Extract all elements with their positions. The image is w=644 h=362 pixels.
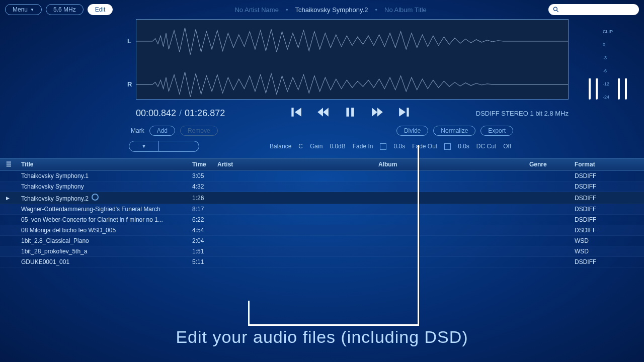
callout-line bbox=[248, 301, 250, 326]
album-placeholder: No Album Title bbox=[384, 6, 427, 14]
caption-text: Edit your audio files (including DSD) bbox=[0, 327, 644, 347]
track-title: 05_von Weber-Concerto for Clarinet in f … bbox=[21, 216, 192, 223]
track-title: Tchaikovsky Symphony.1 bbox=[21, 172, 192, 179]
fadeout-label: Fade Out bbox=[412, 143, 437, 150]
balance-label: Balance bbox=[270, 143, 291, 150]
track-row[interactable]: 05_von Weber-Concerto for Clarinet in f … bbox=[0, 215, 644, 225]
track-format: DSDIFF bbox=[575, 216, 610, 223]
menu-button[interactable]: Menu▼ bbox=[5, 4, 42, 15]
track-format: DSDIFF bbox=[575, 183, 610, 190]
edit-mode-button[interactable]: Edit bbox=[88, 4, 113, 15]
track-title: Tchaikovsky Symphony.2 bbox=[295, 6, 368, 14]
track-title: 1bit_28_prokofiev_5th_a bbox=[21, 248, 192, 255]
hamburger-icon[interactable]: ☰ bbox=[6, 161, 21, 168]
track-time: 1:51 bbox=[192, 248, 217, 255]
waveform-left bbox=[136, 20, 568, 63]
track-row[interactable]: Tchaikovsky Symphony.13:05DSDIFF bbox=[0, 171, 644, 182]
track-format: WSD bbox=[575, 248, 610, 255]
level-meters: CLIP 0 -3 -6 -12 -24 bbox=[579, 19, 629, 100]
mark-row: Mark Add Remove Divide Normalize Export bbox=[0, 124, 644, 138]
track-time: 1:26 bbox=[192, 195, 217, 202]
format-info: DSDIFF STEREO 1 bit 2.8 MHz bbox=[476, 110, 569, 117]
track-title: GDUKE0001_001 bbox=[21, 258, 192, 265]
fadeout-checkbox[interactable] bbox=[444, 143, 451, 150]
track-row[interactable]: ▶Tchaikovsky Symphony.21:26DSDIFF bbox=[0, 192, 644, 204]
track-format: DSDIFF bbox=[575, 227, 610, 234]
track-title: Wagner-Gotterdammerung-Sigfried's Funera… bbox=[21, 206, 192, 213]
transport-controls bbox=[288, 106, 412, 121]
search-input[interactable] bbox=[548, 4, 639, 15]
pause-button[interactable] bbox=[343, 106, 358, 121]
divide-button[interactable]: Divide bbox=[396, 126, 428, 136]
top-bar: Menu▼ 5.6 MHz Edit No Artist Name • Tcha… bbox=[0, 0, 644, 19]
artist-placeholder: No Artist Name bbox=[234, 6, 278, 14]
record-indicator-icon bbox=[92, 194, 99, 201]
track-time: 2:04 bbox=[192, 237, 217, 244]
dccut-label: DC Cut bbox=[476, 143, 496, 150]
track-row[interactable]: 1bit_28_prokofiev_5th_a1:51WSD bbox=[0, 246, 644, 257]
header-artist[interactable]: Artist bbox=[217, 161, 378, 168]
track-format: DSDIFF bbox=[575, 206, 610, 213]
remove-mark-button[interactable]: Remove bbox=[180, 126, 218, 136]
track-metadata: No Artist Name • Tchaikovsky Symphony.2 … bbox=[117, 6, 544, 14]
right-channel-label: R bbox=[127, 80, 132, 88]
forward-button[interactable] bbox=[370, 106, 385, 121]
play-indicator-icon: ▶ bbox=[6, 196, 21, 201]
track-row[interactable]: 1bit_2.8_Classical_Piano2:04WSD bbox=[0, 236, 644, 246]
playlist-header: ☰ Title Time Artist Album Genre Format bbox=[0, 158, 644, 171]
track-time: 8:17 bbox=[192, 206, 217, 213]
add-mark-button[interactable]: Add bbox=[149, 126, 175, 136]
track-format: DSDIFF bbox=[575, 258, 610, 265]
meter-right-3 bbox=[625, 29, 627, 100]
track-format: DSDIFF bbox=[575, 195, 610, 202]
track-row[interactable]: Tchaikovsky Symphony4:32DSDIFF bbox=[0, 182, 644, 192]
header-time[interactable]: Time bbox=[192, 161, 217, 168]
skip-end-button[interactable] bbox=[397, 106, 412, 121]
gain-value[interactable]: 0.0dB bbox=[330, 143, 345, 150]
track-title: Tchaikovsky Symphony.2 bbox=[21, 194, 192, 202]
meter-right bbox=[596, 29, 598, 100]
fadein-label: Fade In bbox=[353, 143, 373, 150]
fadein-value[interactable]: 0.0s bbox=[393, 143, 405, 150]
fadein-checkbox[interactable] bbox=[380, 143, 386, 150]
time-display: 00:00.842/01:26.872 bbox=[136, 108, 225, 119]
track-time: 4:54 bbox=[192, 227, 217, 234]
meter-scale: CLIP 0 -3 -6 -12 -24 bbox=[603, 29, 613, 100]
mark-label: Mark bbox=[131, 127, 144, 134]
editor-area: L R CLIP 0 -3 -6 -12 -24 bbox=[0, 19, 644, 100]
meter-left bbox=[589, 29, 591, 100]
header-format[interactable]: Format bbox=[575, 161, 610, 168]
track-row[interactable]: Wagner-Gotterdammerung-Sigfried's Funera… bbox=[0, 204, 644, 215]
track-time: 5:11 bbox=[192, 258, 217, 265]
svg-line-1 bbox=[557, 11, 558, 12]
track-title: 1bit_2.8_Classical_Piano bbox=[21, 237, 192, 244]
left-channel-label: L bbox=[127, 37, 131, 45]
mark-dropdown[interactable]: ▼ bbox=[129, 141, 199, 152]
header-genre[interactable]: Genre bbox=[529, 161, 575, 168]
header-title[interactable]: Title bbox=[21, 161, 192, 168]
rewind-button[interactable] bbox=[315, 106, 331, 121]
duration-time: 01:26.872 bbox=[185, 108, 225, 118]
export-button[interactable]: Export bbox=[480, 126, 513, 136]
search-icon bbox=[552, 6, 559, 13]
chevron-down-icon: ▼ bbox=[30, 8, 34, 12]
header-album[interactable]: Album bbox=[378, 161, 529, 168]
meter-right-2 bbox=[618, 29, 620, 100]
track-row[interactable]: 08 Milonga del bicho feo WSD_0054:54DSDI… bbox=[0, 225, 644, 236]
sample-rate-button[interactable]: 5.6 MHz bbox=[46, 4, 84, 15]
skip-start-button[interactable] bbox=[288, 106, 303, 121]
normalize-button[interactable]: Normalize bbox=[433, 126, 475, 136]
track-format: WSD bbox=[575, 237, 610, 244]
track-time: 6:22 bbox=[192, 216, 217, 223]
fadeout-value[interactable]: 0.0s bbox=[458, 143, 469, 150]
playlist: Tchaikovsky Symphony.13:05DSDIFFTchaikov… bbox=[0, 171, 644, 267]
track-title: Tchaikovsky Symphony bbox=[21, 183, 192, 190]
balance-value[interactable]: C bbox=[298, 143, 303, 150]
svg-point-0 bbox=[553, 7, 557, 11]
dccut-value[interactable]: Off bbox=[503, 143, 511, 150]
track-format: DSDIFF bbox=[575, 172, 610, 179]
position-time: 00:00.842 bbox=[136, 108, 176, 118]
track-time: 4:32 bbox=[192, 183, 217, 190]
waveform-display[interactable]: L R bbox=[136, 19, 569, 100]
track-row[interactable]: GDUKE0001_0015:11DSDIFF bbox=[0, 257, 644, 267]
